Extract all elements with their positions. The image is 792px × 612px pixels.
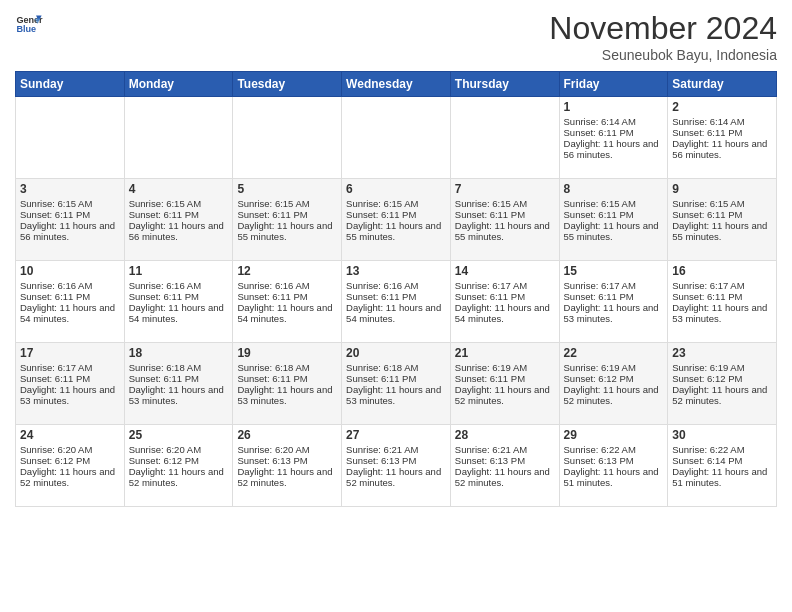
calendar-cell: 17Sunrise: 6:17 AMSunset: 6:11 PMDayligh… — [16, 343, 125, 425]
day-info: Sunrise: 6:22 AM — [564, 444, 664, 455]
day-info: Daylight: 11 hours and 54 minutes. — [20, 302, 120, 324]
day-info: Daylight: 11 hours and 51 minutes. — [672, 466, 772, 488]
day-info: Sunset: 6:11 PM — [672, 291, 772, 302]
day-header: Thursday — [450, 72, 559, 97]
day-number: 5 — [237, 182, 337, 196]
day-number: 11 — [129, 264, 229, 278]
day-info: Sunset: 6:13 PM — [346, 455, 446, 466]
day-info: Sunset: 6:13 PM — [564, 455, 664, 466]
day-info: Sunrise: 6:21 AM — [455, 444, 555, 455]
calendar-cell: 3Sunrise: 6:15 AMSunset: 6:11 PMDaylight… — [16, 179, 125, 261]
day-info: Daylight: 11 hours and 55 minutes. — [455, 220, 555, 242]
day-info: Daylight: 11 hours and 53 minutes. — [237, 384, 337, 406]
day-header: Tuesday — [233, 72, 342, 97]
calendar-cell: 13Sunrise: 6:16 AMSunset: 6:11 PMDayligh… — [342, 261, 451, 343]
day-info: Daylight: 11 hours and 53 minutes. — [672, 302, 772, 324]
day-info: Daylight: 11 hours and 56 minutes. — [129, 220, 229, 242]
day-info: Sunrise: 6:14 AM — [564, 116, 664, 127]
day-info: Daylight: 11 hours and 53 minutes. — [346, 384, 446, 406]
calendar-cell: 25Sunrise: 6:20 AMSunset: 6:12 PMDayligh… — [124, 425, 233, 507]
calendar-cell: 4Sunrise: 6:15 AMSunset: 6:11 PMDaylight… — [124, 179, 233, 261]
day-number: 15 — [564, 264, 664, 278]
day-info: Daylight: 11 hours and 52 minutes. — [129, 466, 229, 488]
day-info: Sunset: 6:11 PM — [455, 209, 555, 220]
day-info: Sunset: 6:12 PM — [564, 373, 664, 384]
day-info: Sunrise: 6:22 AM — [672, 444, 772, 455]
day-info: Sunset: 6:11 PM — [672, 127, 772, 138]
calendar-cell: 12Sunrise: 6:16 AMSunset: 6:11 PMDayligh… — [233, 261, 342, 343]
day-info: Daylight: 11 hours and 53 minutes. — [129, 384, 229, 406]
calendar-cell: 29Sunrise: 6:22 AMSunset: 6:13 PMDayligh… — [559, 425, 668, 507]
day-info: Sunset: 6:11 PM — [20, 209, 120, 220]
calendar-cell: 20Sunrise: 6:18 AMSunset: 6:11 PMDayligh… — [342, 343, 451, 425]
day-info: Sunset: 6:11 PM — [129, 373, 229, 384]
calendar-cell: 16Sunrise: 6:17 AMSunset: 6:11 PMDayligh… — [668, 261, 777, 343]
day-info: Sunset: 6:11 PM — [564, 209, 664, 220]
calendar-cell: 24Sunrise: 6:20 AMSunset: 6:12 PMDayligh… — [16, 425, 125, 507]
day-info: Daylight: 11 hours and 52 minutes. — [455, 384, 555, 406]
day-info: Daylight: 11 hours and 54 minutes. — [346, 302, 446, 324]
calendar-cell — [16, 97, 125, 179]
day-number: 7 — [455, 182, 555, 196]
day-number: 25 — [129, 428, 229, 442]
day-info: Sunrise: 6:18 AM — [346, 362, 446, 373]
day-number: 12 — [237, 264, 337, 278]
calendar-cell: 28Sunrise: 6:21 AMSunset: 6:13 PMDayligh… — [450, 425, 559, 507]
calendar: SundayMondayTuesdayWednesdayThursdayFrid… — [15, 71, 777, 507]
calendar-cell: 23Sunrise: 6:19 AMSunset: 6:12 PMDayligh… — [668, 343, 777, 425]
day-info: Sunset: 6:11 PM — [237, 291, 337, 302]
day-info: Sunset: 6:11 PM — [564, 127, 664, 138]
day-number: 24 — [20, 428, 120, 442]
calendar-cell: 21Sunrise: 6:19 AMSunset: 6:11 PMDayligh… — [450, 343, 559, 425]
calendar-cell — [233, 97, 342, 179]
day-info: Sunset: 6:11 PM — [237, 209, 337, 220]
day-info: Daylight: 11 hours and 53 minutes. — [20, 384, 120, 406]
day-info: Sunset: 6:11 PM — [564, 291, 664, 302]
day-info: Sunset: 6:11 PM — [346, 373, 446, 384]
day-info: Sunset: 6:11 PM — [20, 291, 120, 302]
day-info: Sunset: 6:11 PM — [455, 373, 555, 384]
day-info: Sunrise: 6:15 AM — [20, 198, 120, 209]
day-info: Sunrise: 6:17 AM — [672, 280, 772, 291]
calendar-cell: 6Sunrise: 6:15 AMSunset: 6:11 PMDaylight… — [342, 179, 451, 261]
day-info: Sunrise: 6:15 AM — [129, 198, 229, 209]
day-number: 20 — [346, 346, 446, 360]
day-info: Daylight: 11 hours and 55 minutes. — [237, 220, 337, 242]
day-info: Sunset: 6:14 PM — [672, 455, 772, 466]
calendar-cell: 18Sunrise: 6:18 AMSunset: 6:11 PMDayligh… — [124, 343, 233, 425]
day-number: 1 — [564, 100, 664, 114]
calendar-cell: 11Sunrise: 6:16 AMSunset: 6:11 PMDayligh… — [124, 261, 233, 343]
day-info: Sunrise: 6:15 AM — [237, 198, 337, 209]
location: Seuneubok Bayu, Indonesia — [549, 47, 777, 63]
day-number: 28 — [455, 428, 555, 442]
calendar-cell: 10Sunrise: 6:16 AMSunset: 6:11 PMDayligh… — [16, 261, 125, 343]
day-info: Daylight: 11 hours and 56 minutes. — [672, 138, 772, 160]
day-info: Sunset: 6:11 PM — [346, 291, 446, 302]
day-info: Sunset: 6:11 PM — [346, 209, 446, 220]
day-info: Sunrise: 6:15 AM — [564, 198, 664, 209]
day-info: Sunset: 6:12 PM — [20, 455, 120, 466]
logo-icon: General Blue — [15, 10, 43, 38]
day-info: Sunrise: 6:15 AM — [672, 198, 772, 209]
header: General Blue November 2024 Seuneubok Bay… — [15, 10, 777, 63]
calendar-cell: 14Sunrise: 6:17 AMSunset: 6:11 PMDayligh… — [450, 261, 559, 343]
day-number: 18 — [129, 346, 229, 360]
logo: General Blue — [15, 10, 43, 38]
day-header: Friday — [559, 72, 668, 97]
day-info: Daylight: 11 hours and 55 minutes. — [346, 220, 446, 242]
day-info: Daylight: 11 hours and 52 minutes. — [672, 384, 772, 406]
day-info: Sunrise: 6:15 AM — [455, 198, 555, 209]
calendar-cell — [450, 97, 559, 179]
calendar-cell: 9Sunrise: 6:15 AMSunset: 6:11 PMDaylight… — [668, 179, 777, 261]
day-number: 27 — [346, 428, 446, 442]
day-info: Daylight: 11 hours and 54 minutes. — [237, 302, 337, 324]
day-number: 29 — [564, 428, 664, 442]
day-info: Sunrise: 6:16 AM — [20, 280, 120, 291]
day-header: Monday — [124, 72, 233, 97]
day-info: Sunrise: 6:16 AM — [346, 280, 446, 291]
day-info: Sunset: 6:11 PM — [129, 291, 229, 302]
day-info: Sunset: 6:12 PM — [129, 455, 229, 466]
calendar-cell: 27Sunrise: 6:21 AMSunset: 6:13 PMDayligh… — [342, 425, 451, 507]
day-header: Saturday — [668, 72, 777, 97]
calendar-cell — [342, 97, 451, 179]
